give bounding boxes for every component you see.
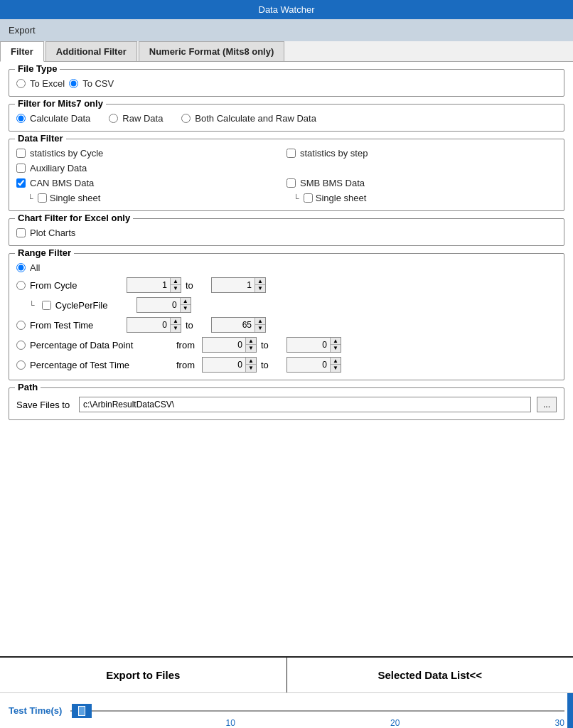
- can-single-sheet-checkbox[interactable]: [38, 193, 47, 203]
- timeline-ticks: 10 20 30: [70, 718, 564, 728]
- pct-data-to-input[interactable]: [287, 338, 330, 352]
- from-test-time-down[interactable]: ▼: [171, 325, 181, 332]
- smb-single-sheet-checkbox[interactable]: [304, 193, 313, 203]
- pct-time-from-up[interactable]: ▲: [246, 358, 256, 365]
- auxiliary-data-row: Auxiliary Data: [16, 163, 557, 173]
- smb-bms-data-label: SMB BMS Data: [300, 178, 365, 188]
- pct-time-row: Percentage of Test Time from ▲ ▼ to ▲ ▼: [16, 357, 557, 373]
- range-from-cycle-radio[interactable]: [16, 281, 26, 290]
- pct-time-from-spinbox[interactable]: ▲ ▼: [202, 357, 257, 373]
- to-test-time-down[interactable]: ▼: [255, 325, 265, 332]
- bottom-bar: Export to Files Selected Data List<<: [0, 656, 573, 692]
- to-test-time-input[interactable]: [212, 318, 255, 332]
- pct-data-from-input[interactable]: [203, 338, 245, 352]
- cycle-per-file-spinbox[interactable]: ▲ ▼: [136, 297, 191, 313]
- chart-filter-legend: Chart Filter for Excel only: [15, 213, 133, 223]
- from-test-time-up[interactable]: ▲: [171, 318, 181, 325]
- col-right-row1: statistics by step: [286, 144, 557, 159]
- range-from-test-time-label: From Test Time: [30, 320, 122, 331]
- pct-time-label: Percentage of Test Time: [30, 360, 172, 370]
- from-cycle-up[interactable]: ▲: [171, 278, 181, 285]
- range-filter-legend: Range Filter: [15, 247, 74, 258]
- timeline-track[interactable]: 10 20 30: [70, 704, 564, 718]
- col-left-row1: statistics by Cycle: [16, 144, 286, 159]
- export-to-files-button[interactable]: Export to Files: [0, 658, 287, 692]
- cycle-per-file-checkbox[interactable]: [42, 301, 51, 310]
- title-text: Data Watcher: [259, 4, 315, 15]
- pct-data-to-down[interactable]: ▼: [331, 345, 341, 352]
- pct-time-from-down[interactable]: ▼: [246, 365, 256, 372]
- from-cycle-down[interactable]: ▼: [171, 285, 181, 292]
- pct-data-row: Percentage of Data Point from ▲ ▼ to ▲ ▼: [16, 337, 557, 353]
- filter-mits7-group: Filter for Mits7 only Calculate Data Raw…: [9, 104, 564, 132]
- range-pct-data-radio[interactable]: [16, 341, 26, 350]
- cycle-per-file-input[interactable]: [137, 298, 180, 312]
- to-cycle-spinbox[interactable]: ▲ ▼: [211, 277, 266, 293]
- filter-mits7-legend: Filter for Mits7 only: [15, 98, 106, 109]
- range-all-label: All: [30, 262, 40, 273]
- filter-scroll-area[interactable]: File Type To Excel To CSV Filter for Mit…: [0, 62, 573, 656]
- pct-data-from-up[interactable]: ▲: [246, 338, 256, 345]
- stats-by-cycle-label: statistics by Cycle: [30, 148, 103, 159]
- pct-time-from-input[interactable]: [203, 358, 245, 372]
- path-input[interactable]: [79, 397, 531, 412]
- from-cycle-spinbox[interactable]: ▲ ▼: [127, 277, 181, 293]
- browse-button[interactable]: ...: [537, 397, 557, 412]
- to-label2: to: [186, 320, 207, 331]
- calculate-data-radio[interactable]: [16, 114, 26, 123]
- to-test-time-up[interactable]: ▲: [255, 318, 265, 325]
- tick-30: 30: [555, 718, 564, 728]
- timeline-thumb[interactable]: [72, 704, 92, 718]
- both-calc-raw-radio[interactable]: [181, 114, 191, 123]
- range-pct-time-radio[interactable]: [16, 360, 26, 370]
- can-bms-data-checkbox[interactable]: [16, 178, 26, 188]
- pct-data-to-up[interactable]: ▲: [331, 338, 341, 345]
- to-excel-radio[interactable]: [16, 79, 26, 88]
- path-legend: Path: [15, 382, 41, 392]
- to-test-time-spinbox[interactable]: ▲ ▼: [211, 317, 266, 333]
- to-csv-label: To CSV: [82, 78, 114, 89]
- to-cycle-up[interactable]: ▲: [255, 278, 265, 285]
- stats-by-cycle-checkbox[interactable]: [16, 149, 26, 158]
- pct-data-from-spinbox[interactable]: ▲ ▼: [202, 337, 257, 353]
- pct-time-to-up[interactable]: ▲: [331, 358, 341, 365]
- pct-time-to-input[interactable]: [287, 358, 330, 372]
- auxiliary-data-checkbox[interactable]: [16, 164, 26, 173]
- tab-numeric-format[interactable]: Numeric Format (Mits8 only): [139, 41, 285, 61]
- mits7-options: Calculate Data Raw Data Both Calculate a…: [16, 113, 557, 124]
- pct-data-from-down[interactable]: ▼: [246, 345, 256, 352]
- to-excel-label: To Excel: [30, 78, 65, 89]
- col-right-row4: └ Single sheet: [286, 188, 557, 203]
- data-filter-row1: statistics by Cycle statistics by step: [16, 144, 557, 159]
- save-files-label: Save Files to: [16, 400, 73, 410]
- raw-data-radio[interactable]: [109, 114, 118, 123]
- range-from-test-time-radio[interactable]: [16, 321, 26, 330]
- selected-data-list-button[interactable]: Selected Data List<<: [287, 658, 574, 692]
- file-type-legend: File Type: [15, 63, 60, 74]
- from-test-time-input[interactable]: [127, 318, 170, 332]
- to-cycle-input[interactable]: [212, 278, 255, 292]
- range-from-cycle-label: From Cycle: [30, 280, 122, 291]
- from-label-data: from: [176, 340, 198, 350]
- cycle-per-file-up[interactable]: ▲: [181, 298, 191, 305]
- pct-time-to-spinbox[interactable]: ▲ ▼: [286, 357, 341, 373]
- pct-time-to-down[interactable]: ▼: [331, 365, 341, 372]
- smb-bms-data-checkbox[interactable]: [286, 178, 296, 188]
- cycle-per-file-down[interactable]: ▼: [181, 305, 191, 312]
- plot-charts-checkbox[interactable]: [16, 228, 26, 237]
- stats-by-step-checkbox[interactable]: [286, 149, 296, 158]
- tick-10: 10: [226, 718, 235, 728]
- to-csv-radio[interactable]: [69, 79, 78, 88]
- to-cycle-down[interactable]: ▼: [255, 285, 265, 292]
- from-test-time-spinbox[interactable]: ▲ ▼: [127, 317, 181, 333]
- tab-filter[interactable]: Filter: [0, 41, 44, 62]
- tab-additional-filter[interactable]: Additional Filter: [45, 41, 137, 61]
- pct-data-label: Percentage of Data Point: [30, 340, 172, 350]
- pct-data-to-spinbox[interactable]: ▲ ▼: [286, 337, 341, 353]
- right-border: [567, 693, 573, 728]
- to-label-time: to: [261, 360, 282, 370]
- range-all-radio[interactable]: [16, 263, 26, 272]
- from-cycle-input[interactable]: [127, 278, 170, 292]
- calculate-data-label: Calculate Data: [30, 113, 90, 124]
- title-bar: Data Watcher: [0, 0, 573, 19]
